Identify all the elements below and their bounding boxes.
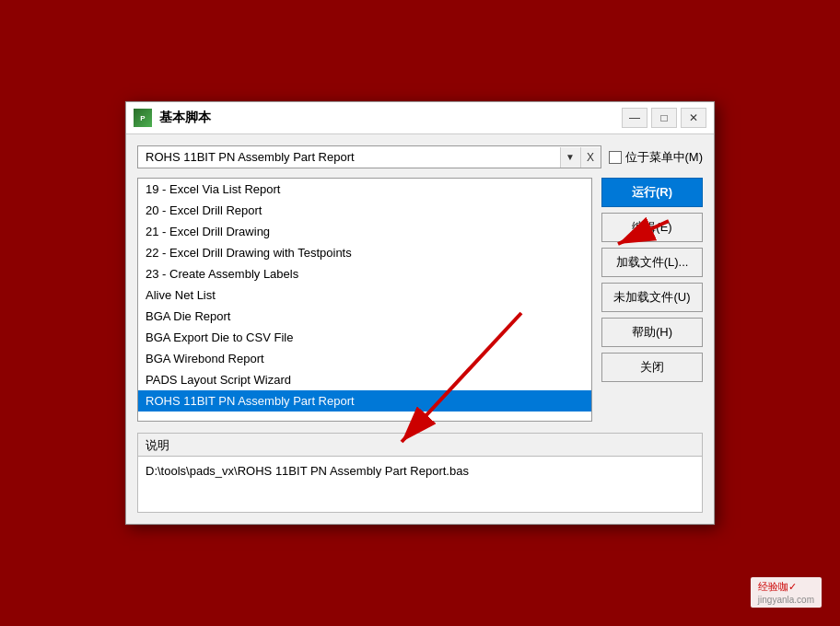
title-bar-controls: — □ ✕	[622, 108, 706, 128]
list-item[interactable]: 21 - Excel Drill Drawing	[138, 221, 591, 242]
list-item[interactable]: PADS Layout Script Wizard	[138, 369, 591, 390]
dialog-title: 基本脚本	[159, 110, 622, 126]
script-list[interactable]: 19 - Excel Via List Report20 - Excel Dri…	[137, 178, 592, 422]
list-item[interactable]: BGA Wirebond Report	[138, 348, 591, 369]
script-select-wrapper: ▼ X	[137, 145, 601, 168]
menu-checkbox[interactable]	[609, 151, 622, 164]
menu-checkbox-area: 位于菜单中(M)	[609, 149, 704, 166]
list-item[interactable]: Alive Net List	[138, 284, 591, 306]
dropdown-arrow-button[interactable]: ▼	[560, 147, 580, 168]
close-dialog-button[interactable]: 关闭	[601, 353, 703, 382]
list-item[interactable]: 23 - Create Assembly Labels	[138, 263, 591, 284]
main-dialog: P 基本脚本 — □ ✕ ▼ X 位于菜单中(M)	[125, 101, 715, 525]
help-button[interactable]: 帮助(H)	[601, 318, 703, 347]
clear-script-button[interactable]: X	[580, 147, 601, 168]
run-button[interactable]: 运行(R)	[601, 178, 703, 207]
load-file-button[interactable]: 加载文件(L)...	[601, 248, 703, 277]
maximize-button[interactable]: □	[651, 108, 677, 128]
list-item[interactable]: 19 - Excel Via List Report	[138, 179, 591, 200]
watermark-subtext: jingyanla.com	[758, 595, 814, 605]
title-bar: P 基本脚本 — □ ✕	[126, 102, 714, 134]
description-title: 说明	[138, 434, 702, 457]
edit-button[interactable]: 编辑(E)	[601, 213, 703, 242]
watermark: 经验咖✓ jingyanla.com	[751, 577, 822, 608]
list-item[interactable]: BGA Die Report	[138, 306, 591, 327]
buttons-column: 运行(R) 编辑(E) 加载文件(L)... 未加载文件(U) 帮助(H) 关闭	[601, 178, 703, 422]
menu-checkbox-label: 位于菜单中(M)	[625, 149, 704, 166]
close-window-button[interactable]: ✕	[681, 108, 706, 128]
main-area: 19 - Excel Via List Report20 - Excel Dri…	[137, 178, 703, 422]
description-content: D:\tools\pads_vx\ROHS 11BIT PN Assembly …	[138, 457, 702, 512]
minimize-button[interactable]: —	[622, 108, 648, 128]
list-item[interactable]: 20 - Excel Drill Report	[138, 200, 591, 221]
description-section: 说明 D:\tools\pads_vx\ROHS 11BIT PN Assemb…	[137, 433, 703, 513]
list-item[interactable]: 22 - Excel Drill Drawing with Testpoints	[138, 242, 591, 263]
list-item[interactable]: BGA Export Die to CSV File	[138, 327, 591, 348]
unload-file-button[interactable]: 未加载文件(U)	[601, 283, 703, 312]
dialog-body: ▼ X 位于菜单中(M) 19 - Excel Via List Report2…	[126, 134, 714, 524]
watermark-text: 经验咖✓	[758, 581, 797, 592]
list-item[interactable]: ROHS 11BIT PN Assembly Part Report	[138, 390, 591, 412]
top-row: ▼ X 位于菜单中(M)	[137, 145, 703, 168]
script-name-input[interactable]	[138, 146, 560, 168]
app-icon: P	[134, 109, 152, 127]
